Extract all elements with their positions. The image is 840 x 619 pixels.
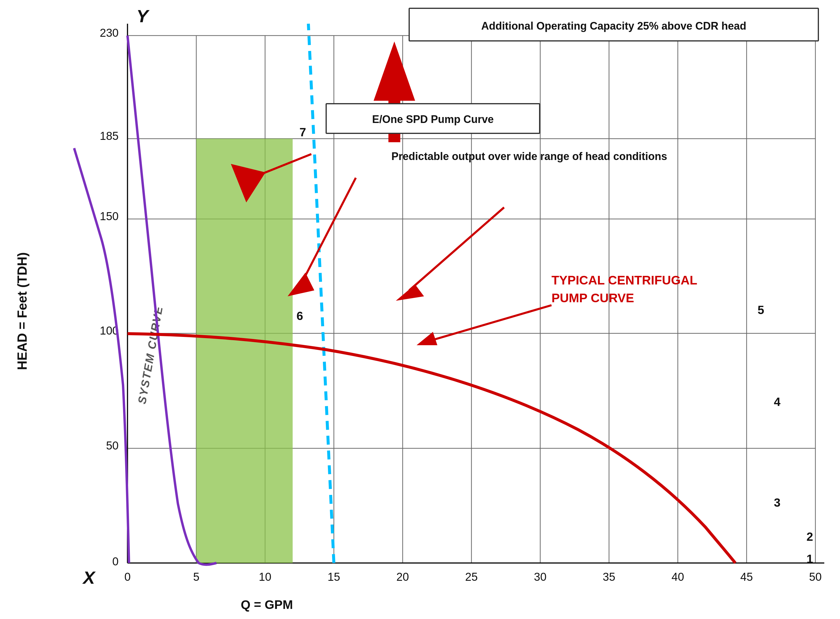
typical-centrifugal-label-line2: PUMP CURVE — [551, 291, 634, 305]
typical-centrifugal-label-line1: TYPICAL CENTRIFUGAL — [551, 273, 698, 287]
x-tick-15: 15 — [328, 571, 340, 583]
y-tick-230: 230 — [100, 27, 118, 39]
y-tick-50: 50 — [106, 440, 118, 452]
y-axis-label: HEAD = Feet (TDH) — [15, 252, 29, 370]
x-tick-20: 20 — [397, 571, 409, 583]
green-band — [196, 139, 293, 563]
x-tick-30: 30 — [534, 571, 547, 583]
y-tick-150: 150 — [100, 210, 118, 223]
mid-annotation-text: E/One SPD Pump Curve — [372, 113, 494, 126]
x-tick-5: 5 — [193, 571, 199, 583]
x-axis-x-label: X — [82, 568, 96, 588]
x-tick-45: 45 — [740, 571, 753, 583]
x-axis-label: Q = GPM — [241, 598, 293, 612]
number-label-5: 5 — [758, 304, 764, 317]
predictable-text: Predictable output over wide range of he… — [391, 150, 667, 162]
x-tick-25: 25 — [465, 571, 478, 583]
number-label-4: 4 — [774, 395, 781, 408]
number-label-1: 1 — [807, 552, 813, 565]
svg-rect-0 — [0, 0, 840, 619]
x-tick-40: 40 — [672, 571, 684, 583]
chart-svg: 0 50 100 150 185 230 0 5 10 15 20 25 30 … — [0, 0, 840, 619]
number-label-6: 6 — [296, 310, 303, 322]
number-label-2: 2 — [807, 530, 813, 543]
y-tick-0: 0 — [112, 555, 118, 568]
number-label-7: 7 — [299, 126, 306, 139]
x-tick-35: 35 — [603, 571, 615, 583]
y-tick-185: 185 — [100, 130, 118, 142]
x-tick-0: 0 — [124, 571, 130, 583]
number-label-3: 3 — [774, 496, 780, 509]
y-axis-y-label: Y — [136, 6, 150, 26]
top-annotation-text: Additional Operating Capacity 25% above … — [481, 20, 746, 32]
x-tick-50: 50 — [809, 571, 822, 583]
x-tick-10: 10 — [259, 571, 271, 583]
chart-container: 0 50 100 150 185 230 0 5 10 15 20 25 30 … — [0, 0, 840, 619]
